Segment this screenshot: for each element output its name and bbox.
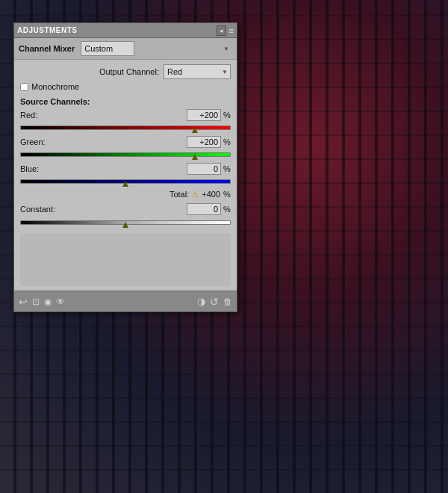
panel-body: Output Channel: Red Green Blue Monochrom… (14, 60, 237, 291)
output-dropdown-wrapper: Red Green Blue (164, 64, 231, 79)
refresh-icon[interactable]: ↺ (210, 296, 219, 308)
constant-label: Constant: (20, 205, 65, 214)
blue-channel-input[interactable]: 0 (187, 163, 221, 175)
constant-input[interactable]: 0 (187, 203, 221, 215)
panel-menu-icon[interactable]: ≡ (229, 26, 234, 35)
bottom-toolbar: ↩ ⊡ ◉ 👁 ◑ ↺ 🗑 (14, 291, 237, 311)
green-slider-container (20, 149, 231, 160)
red-slider-track[interactable] (20, 125, 231, 130)
blue-channel-top: Blue: 0 % (20, 163, 231, 175)
title-bar: ADJUSTMENTS ◂ ≡ (14, 23, 237, 38)
blue-slider-container (20, 176, 231, 187)
monochrome-checkbox[interactable] (20, 83, 28, 91)
preset-dropdown[interactable]: Custom Default Red Infrared (81, 41, 134, 56)
green-channel-unit: % (223, 137, 231, 146)
blue-channel-unit: % (223, 164, 231, 173)
total-label: Total: (169, 190, 189, 199)
red-slider-thumb[interactable] (192, 127, 198, 133)
back-arrow-icon[interactable]: ↩ (19, 296, 28, 308)
source-channels-section-label: Source Channels: (20, 97, 231, 106)
empty-area (20, 234, 231, 286)
red-channel-row: Red: +200 % (20, 109, 231, 133)
red-channel-input[interactable]: +200 (187, 109, 221, 121)
total-unit: % (223, 190, 231, 199)
constant-slider-container (20, 217, 231, 228)
green-channel-top: Green: +200 % (20, 136, 231, 148)
monochrome-label: Monochrome (31, 82, 79, 91)
visibility-icon[interactable]: ◉ (44, 297, 52, 307)
output-channel-dropdown[interactable]: Red Green Blue (164, 64, 231, 79)
eye-icon[interactable]: 👁 (56, 297, 65, 307)
clip-to-layer-icon[interactable]: ⊡ (32, 297, 40, 307)
output-channel-row: Output Channel: Red Green Blue (20, 64, 231, 79)
constant-slider-thumb[interactable] (122, 222, 128, 228)
delete-icon[interactable]: 🗑 (223, 297, 232, 307)
total-row: Total: ⚠ +400 % (20, 190, 231, 199)
channel-mixer-label: Channel Mixer (19, 44, 75, 53)
toolbar-left: ↩ ⊡ ◉ 👁 (19, 296, 65, 308)
collapse-icon[interactable]: ◂ (217, 25, 226, 36)
panel-header: Channel Mixer Custom Default Red Infrare… (14, 38, 237, 60)
preset-dropdown-wrapper: Custom Default Red Infrared (81, 41, 232, 56)
red-channel-label: Red: (20, 111, 52, 120)
red-channel-top: Red: +200 % (20, 109, 231, 121)
green-channel-value-wrapper: +200 % (187, 136, 231, 148)
monochrome-row: Monochrome (20, 82, 231, 91)
output-channel-label: Output Channel: (99, 67, 159, 76)
title-bar-left: ADJUSTMENTS (17, 26, 78, 34)
red-channel-unit: % (223, 111, 231, 120)
panel-title: ADJUSTMENTS (17, 26, 78, 34)
constant-top: Constant: 0 % (20, 203, 231, 215)
adjustments-panel: ADJUSTMENTS ◂ ≡ Channel Mixer Custom Def… (13, 22, 237, 312)
blue-channel-value-wrapper: 0 % (187, 163, 231, 175)
red-channel-value-wrapper: +200 % (187, 109, 231, 121)
blue-channel-label: Blue: (20, 164, 52, 173)
green-channel-input[interactable]: +200 (187, 136, 221, 148)
green-slider-track[interactable] (20, 152, 231, 157)
toolbar-right: ◑ ↺ 🗑 (197, 296, 232, 308)
title-bar-controls: ◂ ≡ (217, 25, 234, 36)
blue-channel-row: Blue: 0 % (20, 163, 231, 187)
red-slider-container (20, 123, 231, 133)
warning-icon: ⚠ (192, 190, 199, 199)
constant-section: Constant: 0 % (20, 203, 231, 228)
constant-value-wrapper: 0 % (187, 203, 231, 215)
constant-unit: % (223, 205, 231, 214)
green-channel-row: Green: +200 % (20, 136, 231, 160)
green-channel-label: Green: (20, 137, 52, 146)
total-value: +400 (202, 190, 220, 199)
mask-icon[interactable]: ◑ (197, 296, 205, 307)
green-slider-thumb[interactable] (192, 154, 198, 160)
blue-slider-thumb[interactable] (122, 181, 128, 187)
